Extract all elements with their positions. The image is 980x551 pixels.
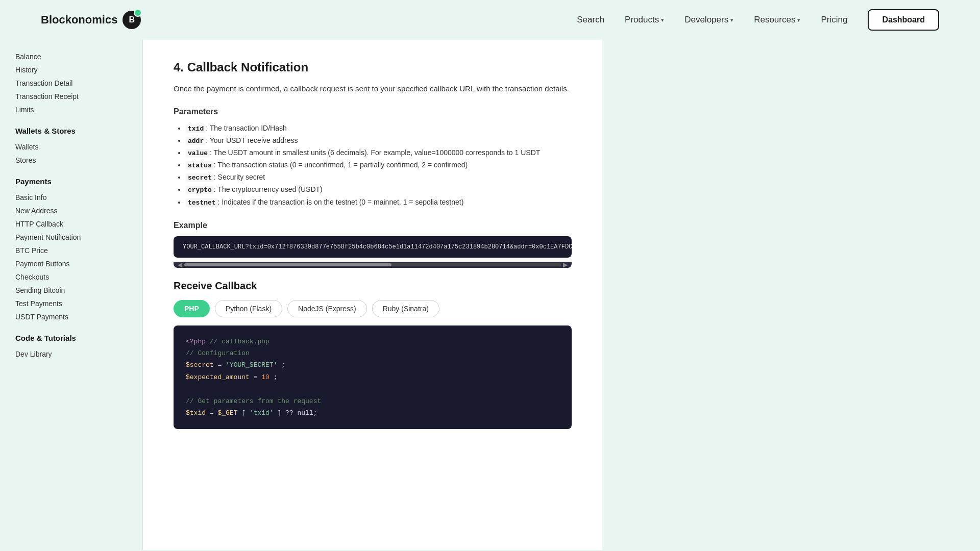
right-panel <box>602 40 980 550</box>
param-item: crypto: The cryptocurrency used (USDT) <box>186 184 572 196</box>
sidebar-item[interactable]: Sending Bitcoin <box>15 284 127 297</box>
header: Blockonomics B Search Products ▾ Develop… <box>0 0 980 40</box>
receive-callback-title: Receive Callback <box>174 280 572 292</box>
dashboard-button[interactable]: Dashboard <box>868 9 939 31</box>
section-description: Once the payment is confirmed, a callbac… <box>174 83 572 95</box>
param-item: status: The transaction status (0 = unco… <box>186 159 572 171</box>
lang-tab[interactable]: NodeJS (Express) <box>287 300 367 317</box>
params-list: txid: The transaction ID/Hashaddr: Your … <box>174 122 572 209</box>
sidebar-item[interactable]: HTTP Callback <box>15 217 127 231</box>
sidebar-item[interactable]: New Address <box>15 204 127 217</box>
code-line-1: <?php // callback.php <box>186 336 559 347</box>
main-nav: Search Products ▾ Developers ▾ Resources… <box>577 9 939 31</box>
code-line-4: $expected_amount = 10 ; <box>186 371 559 383</box>
main-content: 4. Callback Notification Once the paymen… <box>143 40 602 550</box>
example-url-block: YOUR_CALLBACK_URL?txid=0x712f876339d877e… <box>174 236 572 258</box>
sidebar-item[interactable]: Wallets <box>15 140 127 154</box>
sidebar-section-4: Dev Library <box>15 347 127 361</box>
url-scrollbar[interactable]: ◀ ▶ <box>174 262 572 268</box>
scrollbar-track <box>184 263 561 266</box>
main-layout: BalanceHistoryTransaction DetailTransact… <box>0 40 980 550</box>
developers-arrow-icon: ▾ <box>730 17 733 23</box>
sidebar-section-payments-title: Payments <box>15 177 127 186</box>
lang-tab[interactable]: Ruby (Sinatra) <box>372 300 439 317</box>
logo[interactable]: Blockonomics B <box>41 11 141 29</box>
sidebar-item[interactable]: Test Payments <box>15 297 127 310</box>
nav-developers[interactable]: Developers ▾ <box>684 15 733 25</box>
code-line-6: $txid = $_GET [ 'txid' ] ?? null; <box>186 407 559 419</box>
sidebar-section-2: WalletsStores <box>15 140 127 167</box>
code-line-2: // Configuration <box>186 347 559 359</box>
nav-products[interactable]: Products ▾ <box>625 15 664 25</box>
nav-resources[interactable]: Resources ▾ <box>754 15 800 25</box>
nav-pricing[interactable]: Pricing <box>821 15 847 25</box>
sidebar-section-3: Basic InfoNew AddressHTTP CallbackPaymen… <box>15 191 127 323</box>
sidebar-section-1: BalanceHistoryTransaction DetailTransact… <box>15 50 127 116</box>
lang-tab[interactable]: PHP <box>174 300 210 317</box>
sidebar-item[interactable]: Balance <box>15 50 127 63</box>
logo-text: Blockonomics <box>41 13 117 27</box>
sidebar-item[interactable]: USDT Payments <box>15 310 127 323</box>
sidebar-item[interactable]: Payment Buttons <box>15 257 127 270</box>
sidebar-item[interactable]: Checkouts <box>15 270 127 284</box>
sidebar-item[interactable]: Transaction Detail <box>15 77 127 90</box>
code-block: <?php // callback.php // Configuration $… <box>174 325 572 430</box>
sidebar-item[interactable]: History <box>15 63 127 77</box>
sidebar-item[interactable]: Stores <box>15 154 127 167</box>
code-line-5: // Get parameters from the request <box>186 395 559 407</box>
sidebar-item[interactable]: Basic Info <box>15 191 127 204</box>
sidebar-item[interactable]: Dev Library <box>15 347 127 361</box>
param-item: secret: Security secret <box>186 171 572 184</box>
lang-tab[interactable]: Python (Flask) <box>215 300 282 317</box>
scrollbar-thumb <box>184 263 391 266</box>
code-line-blank <box>186 383 559 395</box>
sidebar-section-wallets-title: Wallets & Stores <box>15 127 127 135</box>
sidebar-item[interactable]: Limits <box>15 103 127 116</box>
code-line-3: $secret = 'YOUR_SECRET' ; <box>186 359 559 371</box>
language-tabs: PHPPython (Flask)NodeJS (Express)Ruby (S… <box>174 300 572 317</box>
scroll-right-icon[interactable]: ▶ <box>561 261 570 268</box>
param-item: testnet: Indicates if the transaction is… <box>186 196 572 209</box>
example-url-text: YOUR_CALLBACK_URL?txid=0x712f876339d877e… <box>183 243 572 251</box>
sidebar-item[interactable]: Transaction Receipt <box>15 90 127 103</box>
resources-arrow-icon: ▾ <box>797 17 800 23</box>
param-item: txid: The transaction ID/Hash <box>186 122 572 135</box>
section-heading: 4. Callback Notification <box>174 60 572 74</box>
sidebar-item[interactable]: BTC Price <box>15 244 127 257</box>
scroll-left-icon[interactable]: ◀ <box>176 261 184 268</box>
sidebar-item[interactable]: Payment Notification <box>15 231 127 244</box>
products-arrow-icon: ▾ <box>661 17 664 23</box>
params-title: Parameters <box>174 107 572 116</box>
param-item: addr: Your USDT receive address <box>186 135 572 147</box>
sidebar: BalanceHistoryTransaction DetailTransact… <box>0 40 143 550</box>
logo-icon: B <box>122 11 141 29</box>
sidebar-section-code-title: Code & Tutorials <box>15 334 127 342</box>
nav-search[interactable]: Search <box>577 15 604 25</box>
param-item: value: The USDT amount in smallest units… <box>186 147 572 159</box>
example-title: Example <box>174 221 572 230</box>
